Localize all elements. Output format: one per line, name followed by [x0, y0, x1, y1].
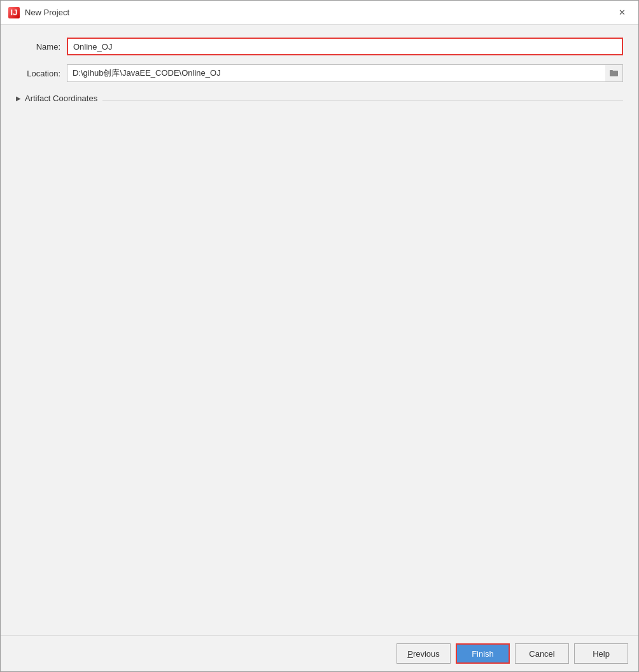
browse-button[interactable]	[605, 64, 623, 82]
name-row: Name:	[16, 38, 623, 55]
artifact-coordinates-label: Artifact Coordinates	[25, 94, 97, 103]
location-row: Location:	[16, 64, 623, 82]
new-project-dialog: IJ New Project ✕ Name: Location:	[0, 0, 639, 672]
artifact-coordinates-section: ▶ Artifact Coordinates	[16, 91, 623, 111]
previous-button[interactable]: Previous	[397, 643, 451, 664]
close-button[interactable]: ✕	[613, 4, 631, 22]
title-bar: IJ New Project ✕	[1, 1, 638, 25]
previous-label: Previous	[407, 649, 440, 659]
section-divider	[102, 101, 623, 101]
finish-button[interactable]: Finish	[456, 643, 510, 664]
folder-icon	[610, 69, 619, 78]
bottom-bar: Previous Finish Cancel Help	[1, 635, 638, 671]
location-label: Location:	[16, 69, 67, 78]
expand-arrow-icon: ▶	[16, 95, 21, 102]
artifact-expander[interactable]: ▶ Artifact Coordinates	[16, 91, 97, 106]
location-input[interactable]	[67, 64, 623, 82]
dialog-content: Name: Location:	[1, 25, 638, 635]
title-bar-left: IJ New Project	[8, 7, 69, 18]
main-content-area	[16, 118, 623, 622]
help-button[interactable]: Help	[574, 643, 628, 664]
svg-rect-1	[610, 70, 613, 71]
cancel-label: Cancel	[529, 649, 554, 659]
finish-label: Finish	[472, 649, 494, 659]
name-label: Name:	[16, 42, 67, 52]
window-title: New Project	[25, 8, 69, 17]
app-icon: IJ	[8, 7, 20, 18]
name-input[interactable]	[67, 38, 623, 55]
cancel-button[interactable]: Cancel	[515, 643, 569, 664]
svg-rect-0	[610, 71, 618, 76]
close-icon: ✕	[619, 8, 626, 17]
location-input-wrapper	[67, 64, 623, 82]
name-input-wrapper	[67, 38, 623, 55]
help-label: Help	[593, 649, 610, 659]
